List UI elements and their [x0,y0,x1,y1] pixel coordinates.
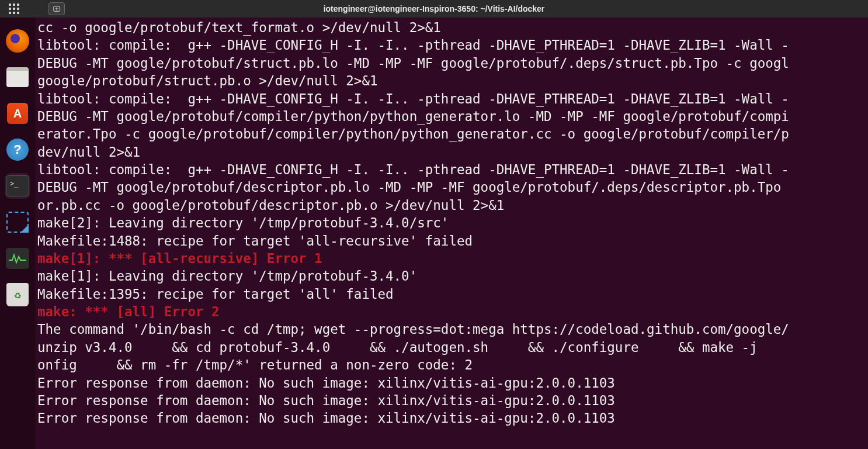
window-titlebar: iotengineer@iotengineer-Inspiron-3650: ~… [0,0,868,18]
window-title: iotengineer@iotengineer-Inspiron-3650: ~… [324,4,545,13]
terminal-line: Error response from daemon: No such imag… [37,374,866,392]
terminal-line: Makefile:1395: recipe for target 'all' f… [37,285,866,303]
new-tab-plus-icon [53,5,61,13]
screenshot-icon [6,212,29,233]
terminal-line: The command '/bin/bash -c cd /tmp; wget … [37,320,866,338]
terminal-line: cc -o google/protobuf/text_format.o >/de… [37,19,866,36]
terminal-line: Error response from daemon: No such imag… [37,409,866,427]
help-icon: ? [6,139,29,161]
dock-terminal[interactable] [5,173,30,199]
terminal-line: make: *** [all] Error 2 [37,303,866,320]
files-icon [6,67,29,87]
firefox-icon [6,29,29,53]
terminal-line: make[1]: Leaving directory '/tmp/protobu… [37,267,866,285]
terminal-line: make[1]: *** [all-recursive] Error 1 [37,250,866,267]
activities-icon[interactable] [9,4,19,14]
terminal-line: libtool: compile: g++ -DHAVE_CONFIG_H -I… [37,90,866,108]
terminal-line: or.pb.cc -o google/protobuf/descriptor.p… [37,196,866,214]
terminal-line: dev/null 2>&1 [37,143,866,161]
terminal-line: libtool: compile: g++ -DHAVE_CONFIG_H -I… [37,161,866,178]
terminal-icon [6,175,29,196]
terminal-line: Error response from daemon: No such imag… [37,392,866,409]
system-monitor-icon [6,248,29,269]
dock-system-monitor[interactable] [5,246,30,271]
dock: ? [0,18,35,449]
dock-software[interactable] [5,101,30,126]
new-tab-button[interactable] [48,2,65,15]
terminal-line: Makefile:1488: recipe for target 'all-re… [37,232,866,250]
terminal-line: onfig && rm -fr /tmp/*' returned a non-z… [37,356,866,374]
dock-files[interactable] [5,64,30,90]
terminal-line: libtool: compile: g++ -DHAVE_CONFIG_H -I… [37,36,866,54]
terminal-line: make[2]: Leaving directory '/tmp/protobu… [37,214,866,232]
terminal-line: google/protobuf/struct.pb.o >/dev/null 2… [37,72,866,89]
terminal-line: DEBUG -MT google/protobuf/descriptor.pb.… [37,178,866,196]
dock-trash[interactable] [5,282,30,308]
dock-screenshot[interactable] [5,209,30,235]
dock-firefox[interactable] [5,28,30,54]
terminal-line: DEBUG -MT google/protobuf/compiler/pytho… [37,108,866,125]
dock-help[interactable]: ? [5,137,30,163]
trash-icon [6,283,29,306]
software-center-icon [7,103,28,124]
terminal-line: erator.Tpo -c google/protobuf/compiler/p… [37,125,866,143]
terminal-line: DEBUG -MT google/protobuf/struct.pb.lo -… [37,54,866,72]
terminal-line: unzip v3.4.0 && cd protobuf-3.4.0 && ./a… [37,339,866,356]
terminal-output[interactable]: cc -o google/protobuf/text_format.o >/de… [35,18,868,449]
